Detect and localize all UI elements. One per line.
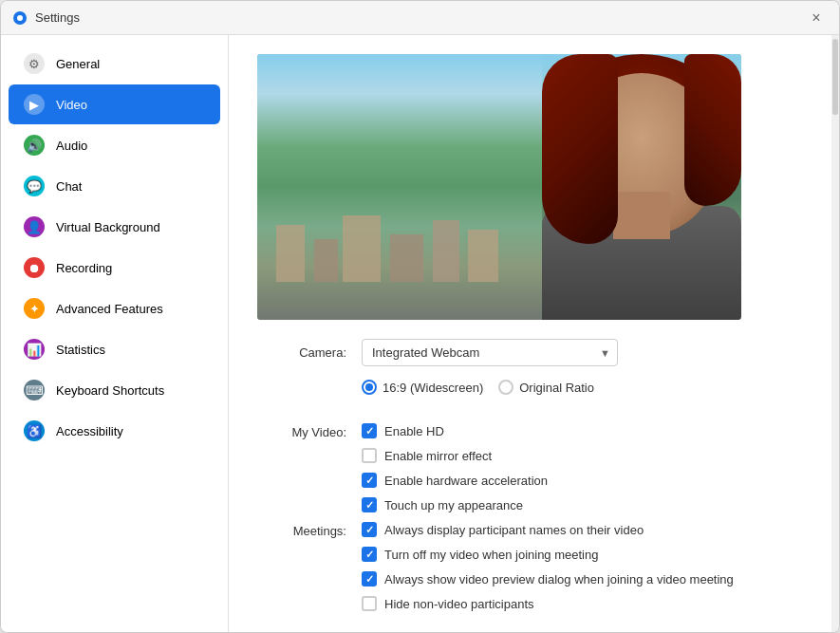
meetings-label-2: Always show video preview dialog when jo… <box>384 572 734 586</box>
radio-circle-original <box>498 380 513 395</box>
video-settings-panel: Camera: Integrated WebcamExternal Camera… <box>229 35 831 632</box>
my-video-options: Enable HDEnable mirror effectEnable hard… <box>362 423 548 512</box>
meetings-checkbox-1[interactable] <box>362 547 377 562</box>
radio-original[interactable]: Original Ratio <box>498 380 594 395</box>
advanced-features-icon: ✦ <box>24 298 45 319</box>
radio-widescreen[interactable]: 16:9 (Widescreen) <box>362 380 483 395</box>
accessibility-icon: ♿ <box>24 420 45 441</box>
my-video-option-0[interactable]: Enable HD <box>362 423 548 438</box>
building-6 <box>468 230 498 282</box>
my-video-option-1[interactable]: Enable mirror effect <box>362 448 548 463</box>
svg-point-1 <box>17 15 23 21</box>
meetings-checkbox-3[interactable] <box>362 596 377 611</box>
general-icon: ⚙ <box>24 53 45 74</box>
sidebar-label-advanced-features: Advanced Features <box>56 302 163 316</box>
sidebar-item-statistics[interactable]: 📊Statistics <box>9 329 220 369</box>
sidebar-item-keyboard-shortcuts[interactable]: ⌨Keyboard Shortcuts <box>9 370 220 410</box>
my-video-label-2: Enable hardware acceleration <box>384 474 548 488</box>
sidebar-label-video: Video <box>56 98 87 112</box>
meetings-option-0[interactable]: Always display participant names on thei… <box>362 522 734 537</box>
meetings-label: Meetings: <box>257 522 362 538</box>
sidebar-item-virtual-background[interactable]: 👤Virtual Background <box>9 207 220 247</box>
sidebar-label-virtual-background: Virtual Background <box>56 220 160 234</box>
sidebar-label-keyboard-shortcuts: Keyboard Shortcuts <box>56 383 164 398</box>
sidebar-item-accessibility[interactable]: ♿Accessibility <box>9 411 220 451</box>
keyboard-shortcuts-icon: ⌨ <box>24 380 45 400</box>
radio-label-widescreen: 16:9 (Widescreen) <box>383 381 483 395</box>
building-3 <box>343 215 381 282</box>
meetings-checkbox-2[interactable] <box>362 571 377 586</box>
recording-icon: ⏺ <box>24 257 45 278</box>
sidebar-label-general: General <box>56 57 100 71</box>
my-video-option-2[interactable]: Enable hardware acceleration <box>362 473 548 488</box>
meetings-option-3[interactable]: Hide non-video participants <box>362 596 734 611</box>
sidebar-label-audio: Audio <box>56 139 87 153</box>
ratio-row: 16:9 (Widescreen)Original Ratio <box>257 380 803 410</box>
person-hair-right <box>684 54 741 206</box>
camera-select[interactable]: Integrated WebcamExternal Camera <box>362 339 618 366</box>
my-video-label-3: Touch up my appearance <box>384 498 523 512</box>
scrollbar[interactable] <box>831 35 839 632</box>
sidebar: ⚙General▶Video🔊Audio💬Chat👤Virtual Backgr… <box>1 35 229 632</box>
meetings-section: Meetings: Always display participant nam… <box>257 522 803 611</box>
building-2 <box>314 239 338 282</box>
camera-row: Camera: Integrated WebcamExternal Camera… <box>257 339 803 366</box>
meetings-label-0: Always display participant names on thei… <box>384 523 644 537</box>
sidebar-label-recording: Recording <box>56 261 112 275</box>
ratio-options: 16:9 (Widescreen)Original Ratio <box>362 380 594 395</box>
my-video-checkbox-1[interactable] <box>362 448 377 463</box>
preview-city <box>257 54 542 320</box>
meetings-checkbox-0[interactable] <box>362 522 377 537</box>
my-video-label-0: Enable HD <box>384 424 444 438</box>
my-video-label: My Video: <box>257 423 362 439</box>
video-icon: ▶ <box>24 94 45 115</box>
settings-window: Settings × ⚙General▶Video🔊Audio💬Chat👤Vir… <box>0 0 840 633</box>
my-video-section: My Video: Enable HDEnable mirror effectE… <box>257 423 803 512</box>
building-1 <box>276 225 305 282</box>
radio-circle-widescreen <box>362 380 377 395</box>
close-button[interactable]: × <box>805 7 828 29</box>
person-neck <box>613 192 670 239</box>
meetings-option-1[interactable]: Turn off my video when joining meeting <box>362 547 734 562</box>
sidebar-item-audio[interactable]: 🔊Audio <box>9 125 220 165</box>
building-4 <box>390 234 423 282</box>
sidebar-label-chat: Chat <box>56 179 82 194</box>
chat-icon: 💬 <box>24 176 45 196</box>
sidebar-label-statistics: Statistics <box>56 343 105 357</box>
statistics-icon: 📊 <box>24 339 45 360</box>
window-title: Settings <box>35 10 805 25</box>
meetings-label-1: Turn off my video when joining meeting <box>384 548 598 562</box>
main-layout: ⚙General▶Video🔊Audio💬Chat👤Virtual Backgr… <box>1 35 839 632</box>
sidebar-label-accessibility: Accessibility <box>56 424 123 438</box>
meetings-options: Always display participant names on thei… <box>362 522 734 611</box>
my-video-label-1: Enable mirror effect <box>384 449 492 463</box>
person-hair-left <box>542 54 618 244</box>
sidebar-item-recording[interactable]: ⏺Recording <box>9 248 220 288</box>
audio-icon: 🔊 <box>24 135 45 156</box>
scrollbar-thumb[interactable] <box>832 39 838 115</box>
app-icon <box>12 10 28 26</box>
sidebar-item-advanced-features[interactable]: ✦Advanced Features <box>9 289 220 328</box>
meetings-option-2[interactable]: Always show video preview dialog when jo… <box>362 571 734 586</box>
my-video-checkbox-2[interactable] <box>362 473 377 488</box>
sidebar-item-general[interactable]: ⚙General <box>9 44 220 84</box>
virtual-background-icon: 👤 <box>24 216 45 237</box>
my-video-checkbox-3[interactable] <box>362 497 377 512</box>
building-5 <box>433 220 459 282</box>
title-bar: Settings × <box>1 1 839 35</box>
sidebar-item-chat[interactable]: 💬Chat <box>9 166 220 206</box>
camera-preview <box>257 54 741 320</box>
sidebar-item-video[interactable]: ▶Video <box>9 84 220 124</box>
my-video-checkbox-0[interactable] <box>362 423 377 438</box>
preview-person <box>542 54 741 320</box>
camera-select-wrapper: Integrated WebcamExternal Camera ▼ <box>362 339 618 366</box>
meetings-label-3: Hide non-video participants <box>384 597 534 611</box>
my-video-option-3[interactable]: Touch up my appearance <box>362 497 548 512</box>
camera-label: Camera: <box>257 345 362 360</box>
radio-label-original: Original Ratio <box>519 381 594 395</box>
